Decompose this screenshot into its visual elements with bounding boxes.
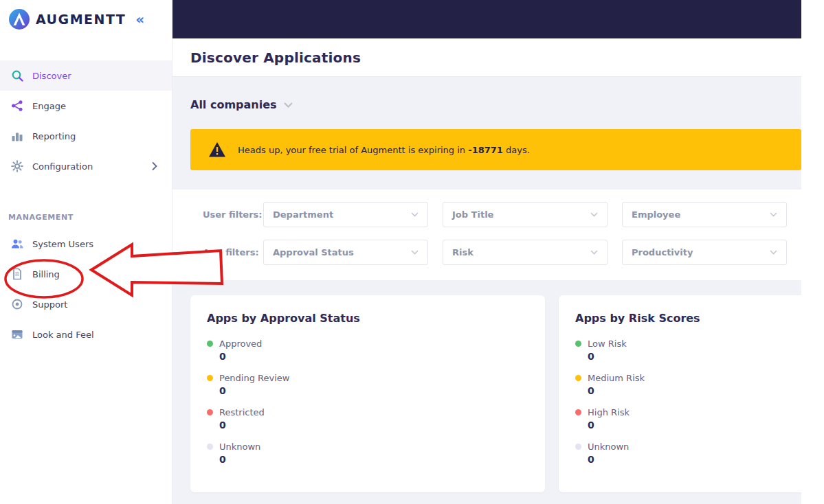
users-icon bbox=[11, 238, 23, 250]
select-placeholder: Job Title bbox=[452, 209, 493, 220]
approval-status-legend: Approved 0 Pending Review 0 bbox=[207, 339, 528, 465]
legend-dot bbox=[575, 375, 581, 381]
risk-select[interactable]: Risk bbox=[443, 240, 608, 265]
legend-item: Low Risk 0 bbox=[575, 339, 801, 362]
legend-value: 0 bbox=[588, 351, 801, 362]
trial-banner: Heads up, your free trial of Augmentt is… bbox=[190, 129, 801, 170]
user-filters-row: User filters: Department Job Title Emplo… bbox=[203, 202, 801, 227]
invoice-icon bbox=[11, 268, 23, 280]
sidebar-item-label: Engage bbox=[32, 101, 66, 111]
augmentt-logo-icon bbox=[8, 8, 30, 30]
card-title: Apps by Approval Status bbox=[207, 312, 528, 325]
legend-item: High Risk 0 bbox=[575, 407, 801, 431]
sidebar: AUGMENTT « Discover Engage bbox=[0, 0, 172, 504]
sidebar-item-label: Look and Feel bbox=[32, 330, 94, 340]
legend-value: 0 bbox=[588, 385, 801, 396]
banner-suffix: days. bbox=[506, 145, 530, 155]
user-filters-label: User filters: bbox=[203, 209, 263, 220]
legend-item: Medium Risk 0 bbox=[575, 373, 801, 396]
sidebar-item-engage[interactable]: Engage bbox=[0, 91, 172, 121]
bar-chart-icon bbox=[11, 130, 23, 142]
sidebar-item-label: System Users bbox=[32, 239, 93, 249]
image-icon bbox=[11, 328, 23, 341]
banner-prefix: Heads up, your free trial of Augmentt is… bbox=[238, 145, 465, 155]
legend-dot bbox=[207, 409, 213, 415]
select-placeholder: Productivity bbox=[632, 247, 693, 257]
warning-icon bbox=[208, 141, 226, 158]
sidebar-item-configuration[interactable]: Configuration bbox=[0, 151, 172, 181]
legend-label: Unknown bbox=[219, 442, 260, 452]
sidebar-item-label: Billing bbox=[32, 269, 60, 279]
content: All companies Heads up, your free trial … bbox=[172, 76, 801, 504]
sidebar-item-label: Discover bbox=[32, 71, 71, 81]
risk-scores-legend: Low Risk 0 Medium Risk 0 bbox=[575, 339, 801, 465]
app-filters-row: App filters: Approval Status Risk Produc… bbox=[203, 240, 801, 265]
sidebar-section-management: MANAGEMENT bbox=[0, 213, 172, 222]
sidebar-item-reporting[interactable]: Reporting bbox=[0, 121, 172, 151]
legend-value: 0 bbox=[219, 351, 528, 362]
page-title: Discover Applications bbox=[190, 49, 361, 66]
chevron-down-icon bbox=[411, 250, 419, 255]
sidebar-nav: Discover Engage Reporting bbox=[0, 60, 172, 181]
productivity-select[interactable]: Productivity bbox=[622, 240, 787, 265]
select-placeholder: Risk bbox=[452, 247, 474, 257]
chevron-down-icon bbox=[590, 250, 598, 255]
employee-select[interactable]: Employee bbox=[622, 202, 787, 227]
share-network-icon bbox=[11, 100, 23, 112]
sidebar-item-support[interactable]: Support bbox=[0, 289, 172, 319]
page-header: Discover Applications bbox=[172, 38, 801, 76]
main-area: Discover Applications All companies Head… bbox=[172, 0, 801, 504]
brand-name: AUGMENTT bbox=[36, 12, 126, 27]
legend-label: Pending Review bbox=[219, 373, 289, 383]
approval-status-select[interactable]: Approval Status bbox=[263, 240, 428, 265]
sidebar-item-billing[interactable]: Billing bbox=[0, 259, 172, 289]
legend-item: Approved 0 bbox=[207, 339, 528, 362]
lifebuoy-icon bbox=[11, 298, 23, 310]
select-placeholder: Department bbox=[273, 209, 333, 220]
legend-dot bbox=[575, 444, 581, 450]
sidebar-item-look-and-feel[interactable]: Look and Feel bbox=[0, 319, 172, 350]
cards-row: Apps by Approval Status Approved 0 bbox=[172, 280, 801, 504]
card-title: Apps by Risk Scores bbox=[575, 312, 801, 325]
legend-value: 0 bbox=[588, 420, 801, 431]
legend-value: 0 bbox=[588, 454, 801, 465]
sidebar-collapse-icon[interactable]: « bbox=[135, 12, 144, 26]
legend-item: Restricted 0 bbox=[207, 407, 528, 431]
department-select[interactable]: Department bbox=[263, 202, 428, 227]
legend-label: Unknown bbox=[588, 442, 629, 452]
banner-days: -18771 bbox=[468, 145, 503, 155]
company-filter-value: All companies bbox=[190, 98, 277, 111]
legend-label: Low Risk bbox=[588, 339, 627, 349]
select-placeholder: Employee bbox=[632, 209, 680, 220]
legend-dot bbox=[575, 341, 581, 347]
legend-dot bbox=[207, 375, 213, 381]
sidebar-item-system-users[interactable]: System Users bbox=[0, 229, 172, 259]
sidebar-item-discover[interactable]: Discover bbox=[0, 60, 172, 91]
sidebar-item-label: Support bbox=[32, 299, 67, 310]
trial-banner-text: Heads up, your free trial of Augmentt is… bbox=[238, 145, 530, 155]
sidebar-management-nav: System Users Billing Support bbox=[0, 229, 172, 350]
legend-dot bbox=[207, 444, 213, 450]
chevron-down-icon bbox=[590, 212, 598, 217]
topbar bbox=[172, 0, 801, 38]
legend-value: 0 bbox=[219, 385, 528, 396]
sidebar-item-label: Reporting bbox=[32, 131, 76, 141]
legend-label: Restricted bbox=[219, 407, 265, 417]
chevron-right-icon bbox=[148, 162, 161, 170]
legend-label: Medium Risk bbox=[588, 373, 645, 383]
chevron-down-icon bbox=[411, 212, 419, 217]
legend-label: High Risk bbox=[588, 407, 630, 417]
chevron-down-icon bbox=[770, 212, 777, 217]
sidebar-item-label: Configuration bbox=[32, 161, 93, 172]
company-filter-dropdown[interactable]: All companies bbox=[172, 76, 311, 111]
chevron-down-icon bbox=[770, 250, 777, 255]
legend-item: Unknown 0 bbox=[207, 442, 528, 465]
app-filters-label: App filters: bbox=[203, 247, 263, 257]
chevron-down-icon bbox=[284, 102, 293, 108]
job-title-select[interactable]: Job Title bbox=[443, 202, 608, 227]
legend-item: Unknown 0 bbox=[575, 442, 801, 465]
legend-value: 0 bbox=[219, 454, 528, 465]
app-window: AUGMENTT « Discover Engage bbox=[0, 0, 801, 504]
legend-dot bbox=[575, 409, 581, 415]
logo: AUGMENTT « bbox=[0, 0, 172, 38]
